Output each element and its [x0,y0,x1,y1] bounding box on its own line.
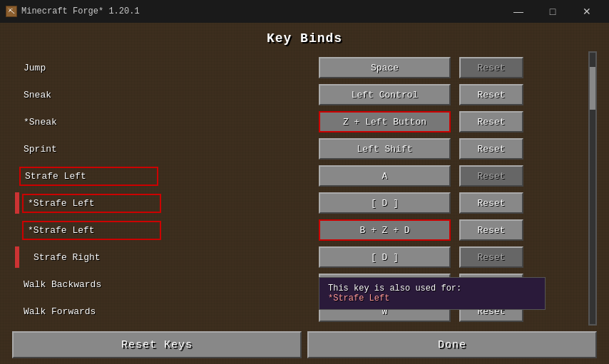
page-title: Key Binds [267,23,342,51]
key-cell: [ D ] Reset [319,246,523,268]
app-title: Minecraft Forge* 1.20.1 [21,6,140,16]
key-button[interactable]: A [319,165,451,187]
close-button[interactable]: ✕ [570,1,603,21]
minimize-button[interactable]: — [502,1,535,21]
key-cell: Space Reset [319,57,523,78]
action-cell: Strafe Right [12,246,319,268]
keybinds-list[interactable]: Jump Space Reset Sneak Left Control Rese… [12,51,588,326]
table-row: Jump Space Reset [12,54,588,81]
key-button[interactable]: [ D ] [319,192,451,214]
reset-keys-button[interactable]: Reset Keys [12,331,302,358]
conflict-bar [15,192,19,214]
key-button[interactable]: Left Control [319,84,451,105]
reset-button[interactable]: Reset [459,84,523,105]
bottom-bar: Reset Keys Done [12,326,597,364]
action-label: Sprint [12,144,312,155]
action-label: Sneak [12,90,312,100]
key-cell: Left Shift Reset [319,138,523,160]
table-row: *Strafe Left B + Z + D Reset [12,217,588,244]
action-cell: Walk Forwards [12,306,319,317]
scrollbar-thumb[interactable] [590,67,595,110]
key-cell: Left Control Reset [319,84,523,105]
action-cell: *Strafe Left [12,221,319,240]
reset-button[interactable]: Reset [459,246,523,268]
action-label: Jump [12,63,312,73]
title-bar: ⛏ Minecraft Forge* 1.20.1 — □ ✕ [0,0,609,23]
key-cell: A Reset [319,164,523,188]
scrollbar-track[interactable] [590,53,595,324]
title-bar-controls: — □ ✕ [502,1,603,21]
app-icon: ⛏ [6,6,17,17]
action-cell: Sprint [12,144,319,155]
title-bar-left: ⛏ Minecraft Forge* 1.20.1 [6,6,140,17]
action-cell: *Strafe Left [12,192,319,214]
action-label: Walk Forwards [12,306,312,317]
reset-button[interactable]: Reset [459,165,523,187]
table-row: Strafe Right [ D ] Reset This key is als… [12,244,588,271]
reset-button[interactable]: Reset [459,192,523,214]
table-row: *Strafe Left [ D ] Reset [12,189,588,217]
table-row: Strafe Left A Reset [12,162,588,189]
action-cell: Sneak [12,90,319,100]
key-button[interactable]: B + Z + D [319,219,451,241]
table-row: Sprint Left Shift Reset [12,135,588,162]
table-row: *Sneak Z + Left Button Reset [12,108,588,135]
main-content: Key Binds Jump Space Reset Sneak Left Co… [0,23,609,364]
action-label: Strafe Left [19,167,158,186]
reset-button[interactable]: Reset [459,111,523,132]
key-button[interactable]: [ D ] [319,246,451,268]
action-cell: Strafe Left [12,164,319,188]
action-cell: Walk Backwards [12,279,319,290]
keybinds-container: Jump Space Reset Sneak Left Control Rese… [12,51,597,326]
key-button[interactable]: Left Shift [319,138,451,160]
action-label: *Strafe Left [22,221,161,240]
reset-button[interactable]: Reset [459,138,523,160]
tooltip-line1: This key is also used for: [328,284,536,293]
action-cell: Jump [12,63,319,73]
key-button[interactable]: Z + Left Button [319,111,451,132]
action-label: Walk Backwards [12,279,312,290]
done-button[interactable]: Done [307,331,597,358]
key-button[interactable]: Space [319,57,451,78]
maximize-button[interactable]: □ [536,1,569,21]
conflict-bar [15,246,19,268]
key-cell: [ D ] Reset [319,192,523,214]
action-label: *Strafe Left [22,194,161,213]
tooltip-line2: *Strafe Left [328,293,536,303]
action-label: *Sneak [12,117,312,128]
table-row: Sneak Left Control Reset [12,81,588,108]
action-cell: *Sneak [12,117,319,128]
scrollbar[interactable] [588,51,597,326]
reset-button[interactable]: Reset [459,57,523,78]
conflict-tooltip: This key is also used for: *Strafe Left [319,277,546,310]
action-label: Strafe Right [22,252,319,263]
reset-button[interactable]: Reset [459,219,523,241]
key-cell: B + Z + D Reset [319,219,523,241]
key-cell: Z + Left Button Reset [319,111,523,132]
